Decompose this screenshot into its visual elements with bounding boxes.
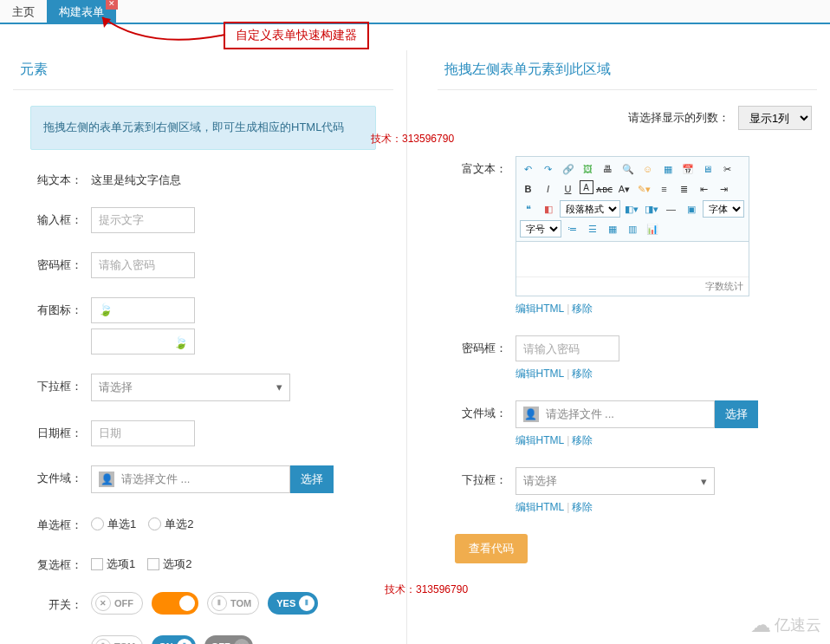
hint-box: 拖拽左侧的表单元素到右侧区域，即可生成相应的HTML代码 <box>30 106 376 150</box>
label-input: 输入框： <box>30 207 91 228</box>
select-dropdown-r[interactable]: 请选择 ▾ <box>516 467 715 495</box>
password-input[interactable] <box>91 252 195 278</box>
select-placeholder: 请选择 <box>99 380 133 395</box>
user-icon: 👤 <box>523 407 539 422</box>
radio-icon <box>91 517 104 530</box>
file-input[interactable]: 👤 请选择文件 ... <box>91 465 290 493</box>
select-dropdown[interactable]: 请选择 ▾ <box>91 374 290 401</box>
column-count-label: 请选择显示的列数： <box>628 110 729 126</box>
chevron-down-icon: ▾ <box>276 381 282 394</box>
remove-link[interactable]: 移除 <box>572 501 593 513</box>
link-icon[interactable]: 🔗 <box>560 160 577 178</box>
redo-icon[interactable]: ↷ <box>540 160 557 178</box>
checkbox-option-2[interactable]: 选项2 <box>147 556 191 572</box>
label-password: 密码框： <box>30 252 91 273</box>
align-justify-icon[interactable]: ≣ <box>676 180 693 198</box>
label-withicon: 有图标： <box>30 297 91 318</box>
label-richtext: 富文本： <box>455 156 516 177</box>
label-checkbox: 复选框： <box>30 552 91 573</box>
emoji-icon[interactable]: ☺ <box>639 160 657 178</box>
text-input[interactable] <box>91 207 195 233</box>
edit-html-link[interactable]: 编辑HTML <box>516 302 565 315</box>
switch-on[interactable]: ON⦀ <box>152 635 196 644</box>
switch-knob-icon: ✕ <box>234 639 250 644</box>
view-code-button[interactable]: 查看代码 <box>455 534 528 563</box>
calendar-icon[interactable]: 📅 <box>679 160 697 178</box>
label-select: 下拉框： <box>30 374 91 394</box>
remove-link[interactable]: 移除 <box>572 302 593 315</box>
fontcolor-icon[interactable]: A▾ <box>616 180 633 198</box>
quote-icon[interactable]: ❝ <box>520 200 537 218</box>
hr-icon[interactable]: — <box>663 200 680 218</box>
radio-option-2[interactable]: 单选2 <box>148 517 193 532</box>
switch-knob-icon: ⦀ <box>95 639 111 644</box>
fontborder-icon[interactable]: A <box>580 180 593 194</box>
monitor-icon[interactable]: 🖥 <box>699 160 717 178</box>
indent-right-icon[interactable]: ⇥ <box>716 180 733 198</box>
edit-html-link[interactable]: 编辑HTML <box>516 368 565 380</box>
component-icon[interactable]: ▥ <box>624 220 641 237</box>
leaf-icon: 🍃 <box>98 302 113 316</box>
search-icon[interactable]: 🔍 <box>619 160 637 178</box>
switch-off-1[interactable]: ✕OFF <box>91 592 143 615</box>
remove-link[interactable]: 移除 <box>572 434 593 446</box>
paragraph-format-select[interactable]: 段落格式 <box>560 200 620 218</box>
label-radio: 单选框： <box>30 512 91 533</box>
edit-html-link[interactable]: 编辑HTML <box>516 501 565 513</box>
select-placeholder: 请选择 <box>523 473 557 489</box>
switch-off-2[interactable]: OFF✕ <box>204 635 253 644</box>
password-input-r[interactable] <box>516 335 619 361</box>
file-input-r[interactable]: 👤 请选择文件 ... <box>516 400 715 428</box>
select-all-icon[interactable]: ▣ <box>683 200 700 218</box>
switch-knob-icon <box>179 595 195 611</box>
switch-tom-2[interactable]: ⦀TOM <box>91 635 143 644</box>
label-password-r: 密码框： <box>455 335 516 356</box>
font-family-select[interactable]: 字体 <box>703 200 744 218</box>
switch-tom-1[interactable]: ⦀TOM <box>207 592 259 615</box>
list-ol-icon[interactable]: ≔ <box>564 220 581 237</box>
underline-icon[interactable]: U <box>560 180 577 198</box>
indent-left-icon[interactable]: ⇤ <box>696 180 713 198</box>
edit-html-link[interactable]: 编辑HTML <box>516 434 565 446</box>
date-input[interactable] <box>91 420 195 446</box>
image-icon[interactable]: 🖼 <box>580 160 597 178</box>
close-icon[interactable]: ✕ <box>106 0 118 10</box>
cut-icon[interactable]: ✂ <box>719 160 736 178</box>
table2-icon[interactable]: ▦ <box>604 220 621 237</box>
tab-home[interactable]: 主页 <box>0 0 47 23</box>
file-select-button-r[interactable]: 选择 <box>715 400 758 428</box>
file-select-button[interactable]: 选择 <box>290 465 334 493</box>
editor-body[interactable] <box>516 242 749 276</box>
highlight-icon[interactable]: ✎▾ <box>636 180 653 198</box>
rich-text-editor: ↶ ↷ 🔗 🖼 🖶 🔍 ☺ ▦ 📅 🖥 ✂ B I U <box>516 156 749 296</box>
switch-knob-icon: ⦀ <box>299 595 314 611</box>
radio-option-1[interactable]: 单选1 <box>91 517 136 532</box>
left-panel: 元素 拖拽左侧的表单元素到右侧区域，即可生成相应的HTML代码 纯文本： 这里是… <box>0 50 407 644</box>
font-size-select[interactable]: 字号 <box>520 220 561 237</box>
chevron-down-icon: ▾ <box>701 475 707 488</box>
table-icon[interactable]: ▦ <box>659 160 677 178</box>
column-count-select[interactable]: 显示1列 <box>738 106 812 130</box>
list-ul-icon[interactable]: ☰ <box>584 220 601 237</box>
brand-text: 亿速云 <box>775 615 821 635</box>
label-file-r: 文件域： <box>455 400 516 421</box>
italic-icon[interactable]: I <box>540 180 557 198</box>
checkbox-option-1[interactable]: 选项1 <box>91 556 135 572</box>
float-left-icon[interactable]: ◧▾ <box>623 200 640 218</box>
eraser-icon[interactable]: ◧ <box>540 200 557 218</box>
print-icon[interactable]: 🖶 <box>600 160 617 178</box>
cloud-icon: ☁ <box>750 613 771 637</box>
remove-link[interactable]: 移除 <box>572 368 593 380</box>
tab-build-form[interactable]: 构建表单 ✕ <box>47 0 116 23</box>
bold-icon[interactable]: B <box>520 180 537 198</box>
chart-icon[interactable]: 📊 <box>644 220 661 237</box>
align-left-icon[interactable]: ≡ <box>656 180 673 198</box>
float-right-icon[interactable]: ◨▾ <box>643 200 660 218</box>
strikethrough-icon[interactable]: ᴀʙᴄ <box>596 180 613 198</box>
file-placeholder: 请选择文件 ... <box>546 407 614 422</box>
switch-orange[interactable] <box>152 592 198 615</box>
undo-icon[interactable]: ↶ <box>520 160 537 178</box>
switch-yes[interactable]: YES⦀ <box>268 592 318 615</box>
plaintext-value: 这里是纯文字信息 <box>91 167 376 188</box>
label-switch: 开关： <box>30 592 91 613</box>
